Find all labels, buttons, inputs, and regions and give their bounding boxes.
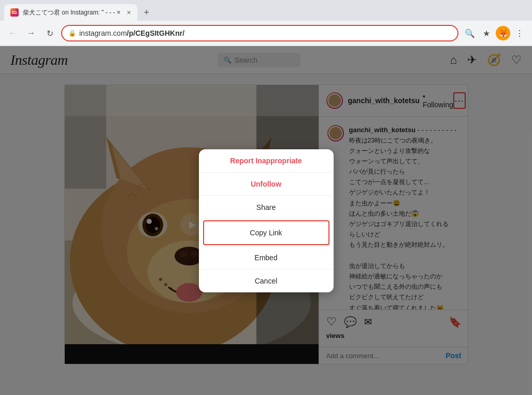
tab-title: 柴犬こてつ君 on Instagram: " - - - × (23, 8, 121, 17)
refresh-icon: ↻ (47, 29, 53, 38)
report-button[interactable]: Report Inappropriate (199, 149, 334, 173)
active-tab[interactable]: IG 柴犬こてつ君 on Instagram: " - - - × × (4, 4, 137, 21)
browser-chrome: IG 柴犬こてつ君 on Instagram: " - - - × × + ← … (0, 0, 532, 46)
copy-link-button[interactable]: Copy Link (203, 220, 329, 245)
new-tab-button[interactable]: + (139, 5, 154, 20)
refresh-button[interactable]: ↻ (42, 26, 57, 40)
search-button[interactable]: 🔍 (463, 26, 477, 40)
modal-overlay[interactable]: Report Inappropriate Unfollow Share Copy… (0, 46, 532, 395)
unfollow-button[interactable]: Unfollow (199, 173, 334, 196)
toolbar-icons: 🔍 ★ 🦊 ⋮ (463, 26, 527, 40)
profile-button[interactable]: 🦊 (496, 26, 510, 40)
cancel-button[interactable]: Cancel (199, 270, 334, 292)
browser-toolbar: ← → ↻ 🔒 instagram.com/p/CEgSItGHKnr/ 🔍 ★… (0, 21, 532, 46)
forward-icon: → (27, 29, 35, 38)
options-modal: Report Inappropriate Unfollow Share Copy… (199, 149, 334, 292)
tab-favicon: IG (10, 8, 19, 17)
back-button[interactable]: ← (5, 26, 20, 40)
forward-button[interactable]: → (24, 26, 38, 40)
bookmark-star-button[interactable]: ★ (479, 26, 494, 40)
more-menu-button[interactable]: ⋮ (512, 26, 527, 40)
share-modal-button[interactable]: Share (199, 196, 334, 219)
address-bar[interactable]: 🔒 instagram.com/p/CEgSItGHKnr/ (61, 25, 458, 41)
address-text: instagram.com/p/CEgSItGHKnr/ (79, 29, 451, 37)
address-path: /p/CEgSItGHKnr/ (127, 29, 184, 37)
lock-icon: 🔒 (68, 30, 76, 37)
tab-bar: IG 柴犬こてつ君 on Instagram: " - - - × × + (0, 0, 532, 21)
page-content: Instagram 🔍 Search ⌂ ✈ 🧭 ♡ (0, 46, 532, 395)
tab-close-button[interactable]: × (127, 8, 131, 17)
embed-button[interactable]: Embed (199, 246, 334, 270)
back-icon: ← (8, 29, 17, 38)
